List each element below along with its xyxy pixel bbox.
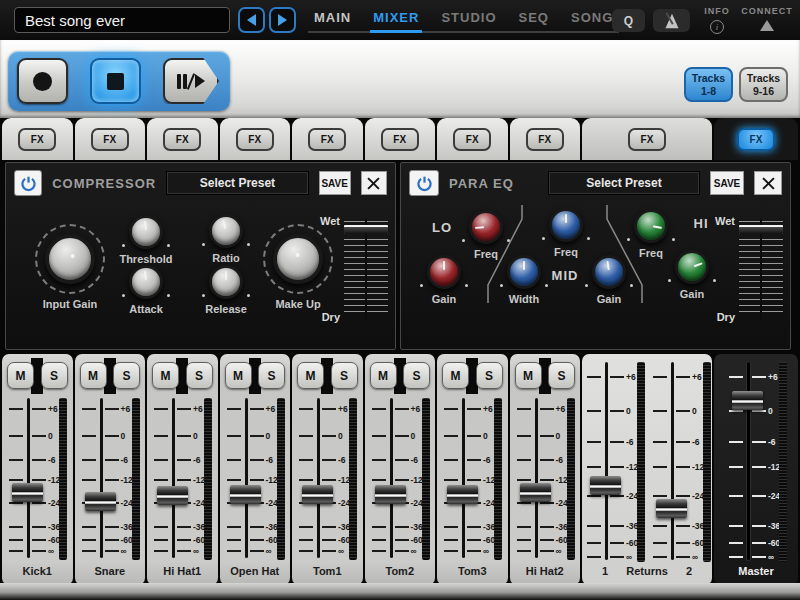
fader-handle[interactable] xyxy=(590,476,621,495)
fader-handle[interactable] xyxy=(230,485,261,504)
para-eq-power-button[interactable] xyxy=(409,170,439,196)
fx-slot-8: FX xyxy=(510,118,581,160)
mid-width-knob[interactable]: Width xyxy=(507,255,541,289)
fx-button[interactable]: FX xyxy=(737,128,775,151)
scale-label: -6 xyxy=(626,438,634,447)
compressor-save-button[interactable]: SAVE xyxy=(319,171,351,195)
make-up-knob[interactable]: Make Up xyxy=(263,224,333,294)
mute-button[interactable]: M xyxy=(515,362,542,389)
fx-button[interactable]: FX xyxy=(163,128,201,151)
wet-dry-handle[interactable] xyxy=(739,225,783,234)
fader-handle[interactable] xyxy=(447,485,478,504)
connect-button[interactable]: CONNECT xyxy=(740,6,794,31)
compressor-power-button[interactable] xyxy=(14,170,42,196)
fader-handle[interactable] xyxy=(157,486,188,505)
hi-gain-knob[interactable]: Gain xyxy=(675,250,709,284)
mute-button[interactable]: M xyxy=(7,362,34,389)
compressor-preset-select[interactable]: Select Preset xyxy=(166,171,309,195)
hi-freq-knob[interactable]: Freq xyxy=(634,209,668,243)
input-gain-knob[interactable]: Input Gain xyxy=(35,224,105,294)
channel-name: Kick1 xyxy=(2,565,73,577)
mid-gain-knob[interactable]: Gain xyxy=(592,255,626,289)
threshold-knob[interactable]: Threshold xyxy=(129,215,163,249)
scale-label: -12 xyxy=(556,476,568,485)
fx-slot-3: FX xyxy=(147,118,218,160)
mute-button[interactable]: M xyxy=(370,362,397,389)
mute-button[interactable]: M xyxy=(152,362,179,389)
scale-label: ∞ xyxy=(193,547,199,556)
lo-freq-knob[interactable]: Freq xyxy=(469,210,503,244)
fx-button[interactable]: FX xyxy=(628,128,666,151)
metronome-button[interactable] xyxy=(653,9,690,32)
mute-button[interactable]: M xyxy=(297,362,324,389)
fader-handle[interactable] xyxy=(302,485,333,504)
tracks-1-8-button[interactable]: Tracks1-8 xyxy=(684,67,733,102)
para-eq-save-button[interactable]: SAVE xyxy=(710,171,744,195)
play-pause-button[interactable] xyxy=(163,58,219,104)
scale-label: -6 xyxy=(121,456,129,465)
scale-label: -6 xyxy=(193,456,201,465)
tab-studio[interactable]: STUDIO xyxy=(441,6,496,31)
fader-handle[interactable] xyxy=(85,492,116,511)
stop-button[interactable] xyxy=(90,58,141,104)
scale-label: -24 xyxy=(556,498,568,507)
next-song-button[interactable] xyxy=(269,7,296,33)
lo-gain-knob[interactable]: Gain xyxy=(427,255,461,289)
tab-song[interactable]: SONG xyxy=(571,6,613,31)
vu-meter xyxy=(132,398,140,560)
scale-label: -12 xyxy=(266,476,278,485)
prev-song-button[interactable] xyxy=(238,7,265,33)
fx-button[interactable]: FX xyxy=(236,128,274,151)
solo-button[interactable]: S xyxy=(403,362,430,389)
para-eq-close-button[interactable] xyxy=(754,171,782,195)
scale-label: -6 xyxy=(692,438,700,447)
release-knob[interactable]: Release xyxy=(209,265,243,299)
solo-button[interactable]: S xyxy=(548,362,575,389)
tab-seq[interactable]: SEQ xyxy=(519,6,549,31)
mid-freq-knob[interactable]: Freq xyxy=(549,208,583,242)
fx-slot-4: FX xyxy=(220,118,291,160)
info-button[interactable]: INFO i xyxy=(700,6,734,34)
compressor-close-button[interactable] xyxy=(361,171,387,195)
para-eq-preset-select[interactable]: Select Preset xyxy=(548,171,700,195)
channel-strip-kick1: MS+60-6-12-24-36-60∞Kick1 xyxy=(2,354,73,585)
solo-button[interactable]: S xyxy=(41,362,68,389)
solo-button[interactable]: S xyxy=(476,362,503,389)
fader-handle[interactable] xyxy=(375,485,406,504)
fader-handle[interactable] xyxy=(656,499,687,518)
tab-mixer[interactable]: MIXER xyxy=(373,6,419,31)
mute-button[interactable]: M xyxy=(80,362,107,389)
arrow-left-icon xyxy=(247,14,256,26)
mute-button[interactable]: M xyxy=(442,362,469,389)
mute-button[interactable]: M xyxy=(225,362,252,389)
solo-button[interactable]: S xyxy=(258,362,285,389)
wet-dry-ladder[interactable] xyxy=(739,221,783,315)
fx-button[interactable]: FX xyxy=(18,128,56,151)
scale-label: -12 xyxy=(411,476,423,485)
solo-button[interactable]: S xyxy=(113,362,140,389)
wet-dry-ladder[interactable] xyxy=(344,221,388,315)
fx-button[interactable]: FX xyxy=(526,128,564,151)
fader-handle[interactable] xyxy=(12,483,43,502)
scale-label: +6 xyxy=(121,405,131,414)
attack-knob[interactable]: Attack xyxy=(129,265,163,299)
scale-label: +6 xyxy=(266,405,276,414)
tab-main[interactable]: MAIN xyxy=(314,6,351,31)
solo-button[interactable]: S xyxy=(186,362,213,389)
quantize-button[interactable]: Q xyxy=(612,9,645,32)
ratio-knob[interactable]: Ratio xyxy=(209,214,243,248)
fx-button[interactable]: FX xyxy=(91,128,129,151)
solo-button[interactable]: S xyxy=(331,362,358,389)
fx-button[interactable]: FX xyxy=(453,128,491,151)
tracks-9-16-button[interactable]: Tracks9-16 xyxy=(739,67,788,102)
fader-handle[interactable] xyxy=(520,483,551,502)
scale-label: ∞ xyxy=(626,553,632,562)
fader-handle[interactable] xyxy=(732,391,763,410)
fader: +60-6-12-24-36-60∞ xyxy=(513,398,577,564)
song-title-input[interactable] xyxy=(14,7,230,33)
wet-dry-handle[interactable] xyxy=(344,225,388,234)
record-button[interactable] xyxy=(17,58,68,104)
channel-name: Snare xyxy=(75,565,146,577)
fx-button[interactable]: FX xyxy=(381,128,419,151)
fx-button[interactable]: FX xyxy=(308,128,346,151)
